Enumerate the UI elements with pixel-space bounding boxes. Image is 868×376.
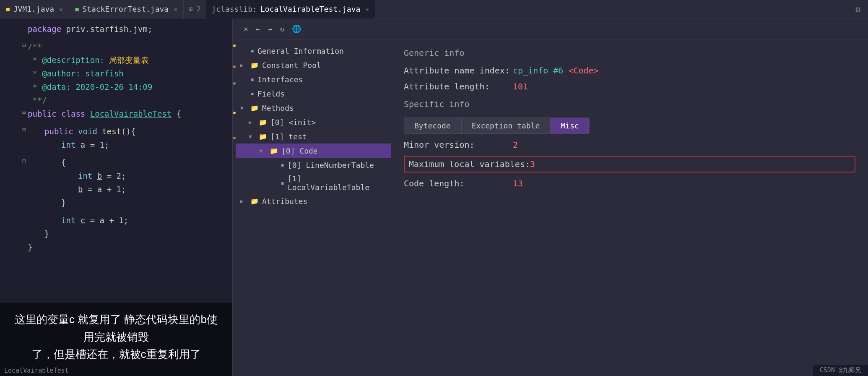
tab-localvairabletest-close[interactable]: ✕	[365, 6, 369, 13]
tree-item-interfaces[interactable]: ▪ Interfaces	[236, 72, 391, 86]
tree-item-constant-pool[interactable]: ▶ 📁 Constant Pool	[236, 58, 391, 72]
annotation-text: 这里的变量c 就复用了 静态代码块里的b使用完就被销毁了，但是槽还在，就被c重复…	[15, 313, 218, 360]
forward-button[interactable]: →	[266, 24, 274, 34]
code-line-4: * @description: 局部变量表	[0, 54, 232, 67]
code-text-13: {	[28, 156, 66, 169]
code-line-blank2	[0, 121, 232, 125]
jvm1-icon: ◼	[6, 5, 10, 13]
code-line-1: package priv.starfish.jvm;	[0, 23, 232, 36]
tree-arrow-test: ▼	[249, 133, 255, 140]
code-line-blank4	[0, 210, 232, 214]
tree-folder-icon-init: 📁	[259, 118, 267, 126]
tree-file-icon-interfaces: ▪	[250, 76, 254, 83]
code-line-7: **/	[0, 94, 232, 107]
code-text-14: int b = 2;	[28, 170, 126, 183]
code-text-3: /**	[28, 40, 42, 53]
code-text-5: * @author: starfish	[28, 67, 124, 80]
code-panel: package priv.starfish.jvm; ⊟ /** * @desc…	[0, 18, 233, 376]
minor-version-value: 2	[513, 140, 518, 150]
code-length-label: Code length:	[404, 178, 513, 188]
code-text-11: int a = 1;	[28, 138, 109, 151]
tab-stackerror[interactable]: ◼ StackErrorTest.java ✕	[69, 0, 184, 18]
exception-table-tab[interactable]: Exception table	[461, 118, 551, 134]
divider-bar	[233, 18, 236, 376]
globe-button[interactable]: 🌐	[290, 24, 303, 34]
back-button[interactable]: ←	[254, 24, 262, 34]
tree-folder-icon-attributes: 📁	[250, 197, 259, 205]
tab-localvairabletest-label: LocalVairableTest.java	[260, 5, 360, 13]
tree-item-init[interactable]: ▶ 📁 [0] <init>	[236, 115, 391, 129]
code-line-10: ⊟ public void test(){	[0, 125, 232, 138]
misc-tab[interactable]: Misc	[550, 118, 589, 134]
code-line-5: * @author: starfish	[0, 67, 232, 81]
tree-arrow-attributes: ▶	[240, 198, 247, 204]
code-line-11: int a = 1;	[0, 138, 232, 152]
code-length-value: 13	[513, 178, 523, 188]
tree-item-localvariable[interactable]: ▪ [1] LocalVariableTable	[236, 172, 391, 194]
marker-yellow-1	[233, 44, 236, 47]
tree-label-interfaces: Interfaces	[257, 75, 303, 84]
marker-yellow-2	[233, 112, 236, 114]
tree-item-code[interactable]: ▼ 📁 [0] Code	[236, 144, 391, 158]
close-button[interactable]: ✕	[242, 24, 250, 34]
max-local-label: Maximum local variables:	[409, 159, 530, 169]
tree-folder-icon-code: 📁	[270, 147, 278, 155]
info-panel: Generic info Attribute name index: cp_in…	[391, 39, 868, 376]
tab-stackerror-close[interactable]: ✕	[174, 6, 177, 13]
tree-folder-icon-test: 📁	[259, 133, 267, 141]
minor-version-row: Minor version: 2	[404, 140, 855, 150]
tree-arrow-code: ▼	[260, 148, 266, 154]
tab-jvm1[interactable]: ◼ JVM1.java ✕	[0, 0, 69, 18]
annotation-box: 这里的变量c 就复用了 静态代码块里的b使用完就被销毁了，但是槽还在，就被c重复…	[0, 303, 232, 376]
specific-info-title: Specific info	[404, 99, 855, 109]
tab-jvm1-close[interactable]: ✕	[59, 6, 62, 13]
code-text-10: public void test(){	[28, 125, 135, 138]
tree-item-test[interactable]: ▼ 📁 [1] test	[236, 129, 391, 144]
refresh-button[interactable]: ↻	[278, 24, 286, 34]
tree-label-init: [0] <init>	[270, 118, 316, 127]
status-text: CSDN @九师兄	[820, 366, 861, 374]
attribute-length-label: Attribute length:	[404, 81, 513, 91]
tree-label-fields: Fields	[257, 89, 285, 98]
tree-item-methods[interactable]: ▼ 📁 Methods	[236, 101, 391, 115]
tree-label-general: General Information	[257, 47, 344, 55]
tree-label-methods: Methods	[262, 104, 294, 112]
marker-orange-2	[233, 137, 236, 139]
settings-button[interactable]: ⚙	[848, 4, 868, 14]
code-text-18: int c = a + 1;	[28, 214, 128, 227]
code-text-1: package priv.starfish.jvm;	[28, 23, 152, 36]
tab-stackerror-label: StackErrorTest.java	[82, 5, 169, 13]
code-line-6: * @data: 2020-02-26 14:09	[0, 81, 232, 94]
max-local-value: 3	[530, 159, 535, 169]
generic-info-title: Generic info	[404, 48, 855, 58]
tree-item-attributes[interactable]: ▶ 📁 Attributes	[236, 194, 391, 208]
code-length-row: Code length: 13	[404, 178, 855, 188]
tree-file-icon-linenumber: ▪	[281, 161, 284, 169]
code-text-19: }	[28, 227, 49, 240]
tree-file-icon-localvariable: ▪	[281, 179, 284, 187]
main-layout: package priv.starfish.jvm; ⊟ /** * @desc…	[0, 18, 868, 376]
attribute-length-row: Attribute length: 101	[404, 81, 855, 91]
tree-label-cp: Constant Pool	[262, 61, 321, 70]
bytecode-tab[interactable]: Bytecode	[404, 118, 461, 134]
code-text-7: **/	[28, 94, 47, 107]
tree-item-general-info[interactable]: ▪ General Information	[236, 44, 391, 58]
code-line-16: }	[0, 196, 232, 210]
code-line-3: ⊟ /**	[0, 40, 232, 54]
tree-panel: ▪ General Information ▶ 📁 Constant Pool …	[236, 39, 391, 376]
tree-item-fields[interactable]: ▪ Fields	[236, 86, 391, 101]
code-line-15: b = a + 1;	[0, 183, 232, 196]
tree-item-linenumber[interactable]: ▪ [0] LineNumberTable	[236, 158, 391, 172]
tab-jclasslib[interactable]: jclasslib: LocalVairableTest.java ✕	[206, 0, 375, 18]
attribute-name-row: Attribute name index: cp_info #6 <Code>	[404, 65, 855, 76]
tree-arrow-cp: ▶	[240, 62, 247, 68]
tab-stack: ⊞ 2	[184, 5, 206, 13]
tree-label-attributes: Attributes	[262, 197, 307, 206]
code-text-6: * @data: 2020-02-26 14:09	[28, 81, 152, 94]
status-bar: CSDN @九师兄	[813, 365, 868, 376]
tree-arrow-init: ▶	[249, 119, 255, 125]
code-line-blank1	[0, 36, 232, 40]
code-line-8: ⊟ public class LocalVairableTest {	[0, 107, 232, 121]
jclass-toolbar: ✕ ← → ↻ 🌐	[236, 18, 868, 39]
code-text-4: * @description: 局部变量表	[28, 54, 149, 67]
